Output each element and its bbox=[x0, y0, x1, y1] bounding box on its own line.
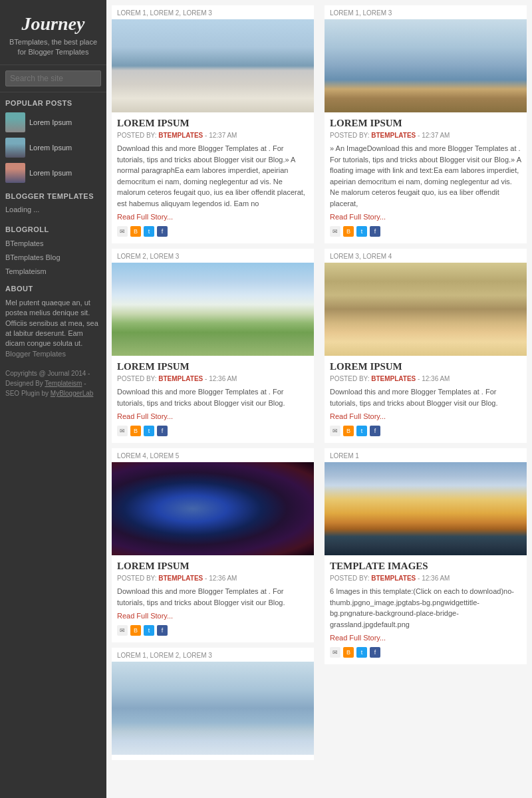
list-item: Lorem Ipsum bbox=[0, 135, 106, 160]
post-author[interactable]: BTEMPLATES bbox=[371, 575, 416, 582]
post-author[interactable]: BTEMPLATES bbox=[158, 575, 203, 582]
post-card: LOREM 1, LOREM 2, LOREM 3 bbox=[112, 648, 314, 760]
post-card: LOREM 1, LOREM 2, LOREM 3 LOREM IPSUM PO… bbox=[112, 5, 314, 243]
right-column: LOREM 1, LOREM 3 LOREM IPSUM POSTED BY: … bbox=[319, 0, 532, 765]
post-meta: POSTED BY: BTEMPLATES - 12:36 AM bbox=[112, 374, 314, 385]
about-link[interactable]: Blogger Templates bbox=[5, 350, 66, 358]
site-title: Journey bbox=[7, 13, 100, 35]
post-tags: LOREM 1, LOREM 2, LOREM 3 bbox=[112, 648, 314, 662]
post-time: 12:36 AM bbox=[209, 575, 237, 582]
search-container bbox=[0, 65, 106, 92]
post-title: LOREM IPSUM bbox=[325, 112, 527, 130]
post-share: ✉ B t f bbox=[112, 622, 314, 637]
post-excerpt: Download this and more Blogger Templates… bbox=[325, 385, 527, 411]
search-input[interactable] bbox=[5, 70, 101, 86]
post-author[interactable]: BTEMPLATES bbox=[371, 375, 416, 382]
post-image bbox=[112, 462, 314, 555]
post-card: LOREM 1, LOREM 3 LOREM IPSUM POSTED BY: … bbox=[325, 5, 527, 243]
loading-text: Loading ... bbox=[0, 203, 106, 219]
post-meta: POSTED BY: BTEMPLATES - 12:37 AM bbox=[325, 130, 527, 142]
share-email-icon[interactable]: ✉ bbox=[117, 426, 128, 436]
share-email-icon[interactable]: ✉ bbox=[330, 647, 340, 658]
sidebar-header: Journey BTemplates, the best place for B… bbox=[0, 0, 106, 65]
share-email-icon[interactable]: ✉ bbox=[117, 625, 128, 636]
post-excerpt: » An ImageDownload this and more Blogger… bbox=[325, 142, 527, 211]
post-label: Lorem Ipsum bbox=[29, 118, 72, 126]
posts-grid: LOREM 1, LOREM 2, LOREM 3 LOREM IPSUM PO… bbox=[106, 0, 532, 765]
list-item: BTemplates Blog bbox=[0, 250, 106, 264]
share-blog-icon[interactable]: B bbox=[130, 426, 141, 436]
post-label: Lorem Ipsum bbox=[29, 144, 72, 152]
post-label: Lorem Ipsum bbox=[29, 169, 72, 177]
list-item: Lorem Ipsum bbox=[0, 160, 106, 186]
share-twitter-icon[interactable]: t bbox=[144, 426, 154, 436]
post-time: 12:37 AM bbox=[422, 132, 450, 139]
read-more-link[interactable]: Read Full Story... bbox=[112, 411, 314, 423]
post-thumb bbox=[5, 163, 25, 183]
list-item: Lorem Ipsum bbox=[0, 110, 106, 135]
post-share: ✉ B t f bbox=[325, 423, 527, 438]
share-blog-icon[interactable]: B bbox=[130, 625, 141, 636]
post-author[interactable]: BTEMPLATES bbox=[158, 375, 203, 382]
post-title: TEMPLATE IMAGES bbox=[325, 555, 527, 573]
post-meta: POSTED BY: BTEMPLATES - 12:36 AM bbox=[325, 374, 527, 385]
share-blog-icon[interactable]: B bbox=[343, 226, 354, 237]
read-more-link[interactable]: Read Full Story... bbox=[325, 411, 527, 423]
share-facebook-icon[interactable]: f bbox=[370, 426, 380, 436]
designed-by-link[interactable]: Templateism bbox=[45, 380, 82, 387]
post-card: LOREM 4, LOREM 5 LOREM IPSUM POSTED BY: … bbox=[112, 448, 314, 642]
post-meta: POSTED BY: BTEMPLATES - 12:36 AM bbox=[325, 573, 527, 585]
post-excerpt: 6 Images in this template:(Click on each… bbox=[325, 585, 527, 632]
read-more-link[interactable]: Read Full Story... bbox=[325, 211, 527, 223]
post-title: LOREM IPSUM bbox=[112, 555, 314, 573]
post-card: LOREM 3, LOREM 4 LOREM IPSUM POSTED BY: … bbox=[325, 249, 527, 443]
share-blog-icon[interactable]: B bbox=[130, 226, 141, 237]
post-title: LOREM IPSUM bbox=[112, 356, 314, 374]
post-tags: LOREM 3, LOREM 4 bbox=[325, 249, 527, 263]
share-twitter-icon[interactable]: t bbox=[356, 647, 367, 658]
post-author[interactable]: BTEMPLATES bbox=[158, 132, 203, 139]
blogroll-link[interactable]: BTemplates Blog bbox=[5, 253, 61, 261]
share-twitter-icon[interactable]: t bbox=[356, 226, 367, 237]
post-time: 12:36 AM bbox=[422, 375, 450, 382]
sidebar: Journey BTemplates, the best place for B… bbox=[0, 0, 106, 798]
post-share: ✉ B t f bbox=[112, 223, 314, 238]
share-blog-icon[interactable]: B bbox=[343, 647, 354, 658]
share-facebook-icon[interactable]: f bbox=[370, 226, 380, 237]
share-twitter-icon[interactable]: t bbox=[144, 625, 154, 636]
post-image bbox=[112, 662, 314, 755]
share-facebook-icon[interactable]: f bbox=[157, 426, 168, 436]
blogger-templates-heading: BLOGGER TEMPLATES bbox=[0, 186, 106, 203]
blogroll-link[interactable]: BTemplates bbox=[5, 239, 43, 247]
post-excerpt: Download this and more Blogger Templates… bbox=[112, 585, 314, 610]
post-share: ✉ B t f bbox=[325, 223, 527, 238]
post-title: LOREM IPSUM bbox=[325, 356, 527, 374]
list-item: Templateism bbox=[0, 264, 106, 278]
seo-plugin-link[interactable]: MyBloggerLab bbox=[51, 390, 93, 397]
read-more-link[interactable]: Read Full Story... bbox=[112, 211, 314, 223]
share-facebook-icon[interactable]: f bbox=[157, 226, 168, 237]
share-blog-icon[interactable]: B bbox=[343, 426, 354, 436]
post-author[interactable]: BTEMPLATES bbox=[371, 132, 416, 139]
list-item: BTemplates bbox=[0, 236, 106, 250]
share-email-icon[interactable]: ✉ bbox=[117, 226, 128, 237]
post-time: 12:37 AM bbox=[209, 132, 237, 139]
post-tags: LOREM 1, LOREM 2, LOREM 3 bbox=[112, 5, 314, 19]
post-tags: LOREM 4, LOREM 5 bbox=[112, 448, 314, 462]
read-more-link[interactable]: Read Full Story... bbox=[112, 610, 314, 622]
share-facebook-icon[interactable]: f bbox=[157, 625, 168, 636]
post-thumb bbox=[5, 138, 25, 158]
share-twitter-icon[interactable]: t bbox=[356, 426, 367, 436]
blogroll-link[interactable]: Templateism bbox=[5, 267, 47, 275]
share-facebook-icon[interactable]: f bbox=[370, 647, 380, 658]
post-share: ✉ B t f bbox=[325, 644, 527, 659]
post-title: LOREM IPSUM bbox=[112, 112, 314, 130]
read-more-link[interactable]: Read Full Story... bbox=[325, 632, 527, 644]
share-twitter-icon[interactable]: t bbox=[144, 226, 154, 237]
share-email-icon[interactable]: ✉ bbox=[330, 426, 340, 436]
left-column: LOREM 1, LOREM 2, LOREM 3 LOREM IPSUM PO… bbox=[106, 0, 319, 765]
post-image bbox=[325, 462, 527, 555]
post-meta: POSTED BY: BTEMPLATES - 12:36 AM bbox=[112, 573, 314, 585]
footer-text: Copyrights @ Journal 2014 - Designed By … bbox=[0, 363, 106, 401]
share-email-icon[interactable]: ✉ bbox=[330, 226, 340, 237]
